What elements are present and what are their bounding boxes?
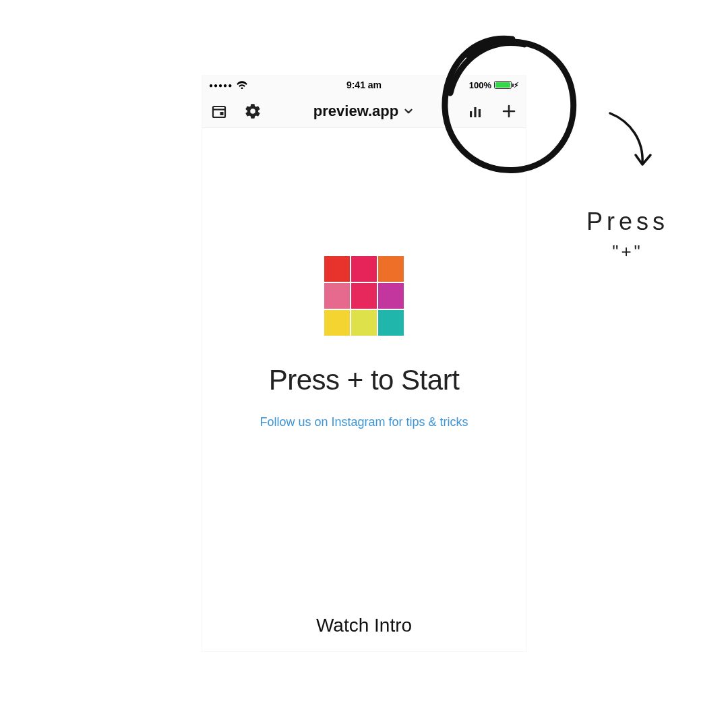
headline: Press + to Start [269, 364, 460, 396]
battery-icon [494, 81, 512, 89]
svg-rect-4 [474, 107, 476, 117]
annotation-arrow [603, 108, 657, 175]
calendar-icon[interactable] [210, 102, 228, 120]
annotation-text: Press "+" [586, 208, 669, 262]
account-dropdown[interactable]: preview.app [313, 102, 415, 120]
svg-rect-3 [470, 111, 472, 117]
status-bar: ●●●●● 9:41 am 100% ⚡︎ [202, 75, 526, 94]
add-button[interactable] [500, 102, 518, 120]
app-logo [324, 256, 404, 336]
gear-icon[interactable] [244, 102, 262, 120]
svg-rect-5 [479, 109, 481, 117]
account-name: preview.app [313, 102, 398, 120]
toolbar: preview.app [202, 94, 526, 128]
chevron-down-icon [402, 105, 415, 117]
annotation-line2: "+" [586, 241, 669, 262]
analytics-icon[interactable] [466, 102, 484, 120]
svg-rect-2 [220, 112, 224, 115]
main-content: Press + to Start Follow us on Instagram … [202, 128, 526, 651]
status-time: 9:41 am [202, 80, 526, 90]
phone-frame: ●●●●● 9:41 am 100% ⚡︎ [202, 75, 526, 651]
watch-intro-button[interactable]: Watch Intro [202, 615, 526, 636]
tips-link[interactable]: Follow us on Instagram for tips & tricks [260, 415, 468, 429]
annotation-line1: Press [586, 208, 669, 236]
